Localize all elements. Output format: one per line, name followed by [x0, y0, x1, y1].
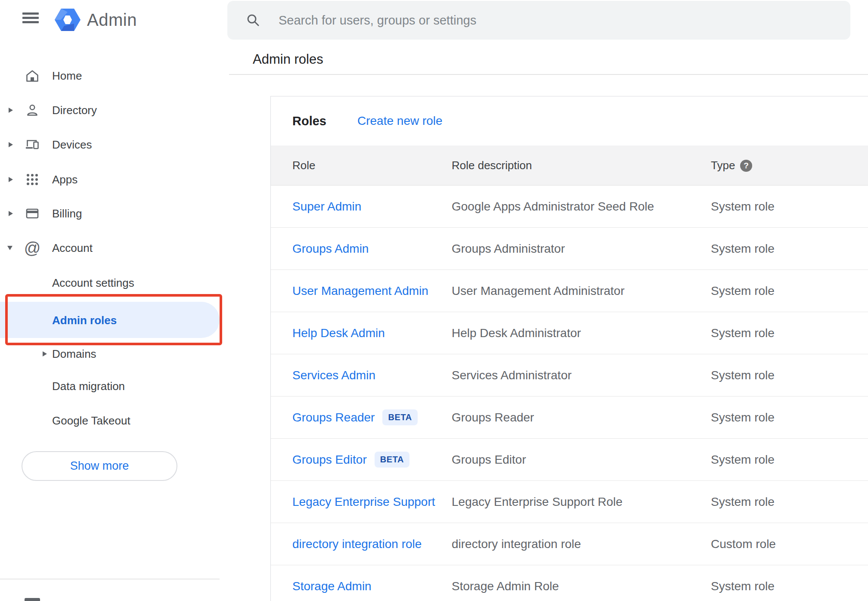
- role-link[interactable]: Groups Admin: [292, 242, 369, 256]
- hamburger-menu-icon[interactable]: [22, 12, 39, 24]
- person-icon: [25, 102, 40, 118]
- role-type: System role: [711, 284, 775, 298]
- sidebar-item-label: Data migration: [52, 380, 125, 393]
- role-description: Services Administrator: [452, 369, 572, 382]
- role-link[interactable]: Super Admin: [292, 200, 361, 214]
- role-link[interactable]: Help Desk Admin: [292, 326, 385, 340]
- role-type: System role: [711, 579, 775, 593]
- expand-arrow-icon[interactable]: [9, 108, 13, 113]
- show-more-button[interactable]: Show more: [22, 451, 177, 481]
- search-icon: [245, 12, 261, 28]
- role-link[interactable]: directory integration role: [292, 537, 422, 551]
- beta-badge: BETA: [382, 409, 417, 425]
- role-link[interactable]: Groups Editor: [292, 453, 367, 467]
- table-row: Help Desk Admin Help Desk Administrator …: [271, 312, 868, 354]
- sidebar-item-domains[interactable]: Domains: [0, 339, 221, 369]
- create-new-role-link[interactable]: Create new role: [357, 114, 443, 128]
- column-header-type: Type: [711, 159, 735, 172]
- expand-arrow-icon[interactable]: [9, 177, 13, 182]
- table-row: User Management Admin User Management Ad…: [271, 270, 868, 312]
- home-icon: [25, 68, 40, 84]
- role-description: directory integration role: [452, 537, 581, 551]
- clipped-sidebar-icon: [25, 598, 40, 601]
- table-row: Groups Editor BETA Groups Editor System …: [271, 439, 868, 481]
- role-description: Help Desk Administrator: [452, 326, 581, 340]
- sidebar-item-directory[interactable]: Directory: [0, 93, 221, 127]
- roles-card-header: Roles Create new role: [271, 96, 868, 146]
- sidebar-item-label: Google Takeout: [52, 414, 130, 428]
- role-link[interactable]: Groups Reader: [292, 411, 375, 424]
- show-more-label: Show more: [70, 459, 129, 473]
- role-description: Storage Admin Role: [452, 579, 559, 593]
- sidebar-item-label: Admin roles: [52, 314, 117, 327]
- sidebar-item-admin-roles[interactable]: Admin roles: [0, 305, 221, 335]
- sidebar-item-apps[interactable]: Apps: [0, 162, 221, 197]
- credit-card-icon: [25, 206, 40, 221]
- role-link[interactable]: Legacy Enterprise Support: [292, 495, 435, 509]
- beta-badge: BETA: [375, 452, 409, 468]
- expand-arrow-icon[interactable]: [9, 142, 13, 147]
- help-icon[interactable]: ?: [740, 160, 752, 172]
- sidebar-item-label: Account settings: [52, 276, 134, 290]
- sidebar-item-billing[interactable]: Billing: [0, 196, 221, 231]
- card-title: Roles: [292, 114, 326, 128]
- role-type: System role: [711, 242, 775, 256]
- apps-grid-icon: [25, 172, 40, 187]
- table-row: Services Admin Services Administrator Sy…: [271, 354, 868, 397]
- logo-text: Admin: [87, 10, 137, 30]
- sidebar-item-label: Directory: [52, 104, 97, 117]
- header-divider: [229, 74, 868, 75]
- at-sign-icon: @: [25, 240, 40, 256]
- role-link[interactable]: Storage Admin: [292, 579, 372, 593]
- sidebar-item-home[interactable]: Home: [0, 59, 221, 93]
- role-link[interactable]: User Management Admin: [292, 284, 428, 298]
- table-row: Storage Admin Storage Admin Role System …: [271, 565, 868, 601]
- role-type: System role: [711, 411, 775, 424]
- role-description: User Management Administrator: [452, 284, 625, 298]
- roles-card: Roles Create new role Role Role descript…: [270, 96, 868, 601]
- admin-hexagon-icon: [55, 9, 81, 31]
- admin-logo[interactable]: Admin: [55, 8, 137, 31]
- role-type: System role: [711, 495, 775, 509]
- role-type: System role: [711, 453, 775, 467]
- role-description: Legacy Enterprise Support Role: [452, 495, 623, 509]
- role-link[interactable]: Services Admin: [292, 369, 375, 382]
- sidebar-item-devices[interactable]: Devices: [0, 127, 221, 162]
- table-row: directory integration role directory int…: [271, 523, 868, 565]
- sidebar-divider: [0, 579, 220, 579]
- expand-arrow-icon[interactable]: [43, 351, 47, 356]
- search-bar[interactable]: [227, 1, 850, 40]
- role-description: Groups Reader: [452, 411, 534, 424]
- admin-console-screen: Admin Home Directory: [0, 0, 868, 601]
- role-description: Google Apps Administrator Seed Role: [452, 200, 654, 214]
- sidebar-item-label: Account: [52, 242, 93, 255]
- sidebar-item-label: Home: [52, 69, 82, 83]
- expand-arrow-icon[interactable]: [9, 211, 13, 216]
- column-header-role: Role: [292, 159, 315, 172]
- sidebar-item-label: Billing: [52, 207, 82, 220]
- role-type: System role: [711, 326, 775, 340]
- sidebar-item-label: Domains: [52, 347, 96, 361]
- breadcrumb: Admin roles: [253, 52, 323, 67]
- sidebar-item-account-settings[interactable]: Account settings: [0, 268, 221, 298]
- search-input[interactable]: [279, 13, 817, 28]
- sidebar-item-label: Devices: [52, 138, 92, 152]
- table-row: Groups Reader BETA Groups Reader System …: [271, 397, 868, 439]
- role-description: Groups Administrator: [452, 242, 565, 256]
- table-row: Groups Admin Groups Administrator System…: [271, 228, 868, 270]
- role-type: Custom role: [711, 537, 776, 551]
- sidebar-item-data-migration[interactable]: Data migration: [0, 371, 221, 401]
- role-type: System role: [711, 369, 775, 382]
- table-row: Super Admin Google Apps Administrator Se…: [271, 186, 868, 228]
- sidebar-item-google-takeout[interactable]: Google Takeout: [0, 406, 221, 436]
- devices-icon: [25, 137, 40, 152]
- table-row: Legacy Enterprise Support Legacy Enterpr…: [271, 481, 868, 523]
- column-header-description: Role description: [452, 159, 532, 172]
- role-type: System role: [711, 200, 775, 214]
- sidebar-item-account[interactable]: @ Account: [0, 231, 221, 265]
- sidebar-item-label: Apps: [52, 173, 78, 186]
- table-header-row: Role Role description Type ?: [271, 146, 868, 186]
- collapse-arrow-icon[interactable]: [7, 246, 12, 250]
- role-description: Groups Editor: [452, 453, 526, 467]
